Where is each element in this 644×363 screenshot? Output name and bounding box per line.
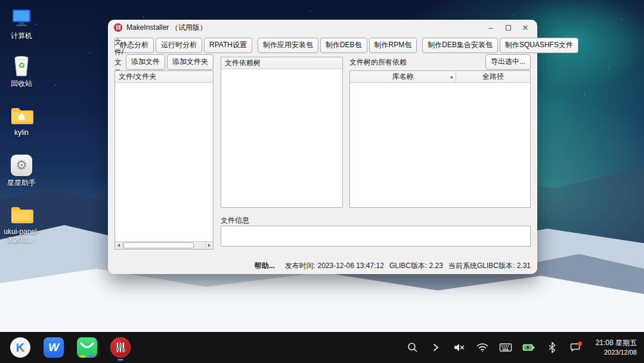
make-deb-collection-button[interactable]: 制作DEB集合安装包	[422, 38, 498, 53]
column-header-full-path[interactable]: 全路径	[456, 71, 530, 82]
dependency-tree[interactable]: 文件依赖树	[221, 57, 343, 208]
clock-time: 21:08 星期五	[596, 339, 637, 348]
all-dependencies-label: 文件树的所有依赖	[349, 57, 484, 67]
wps-office-icon: W	[44, 337, 64, 358]
wps-office-launcher[interactable]: W	[43, 334, 64, 361]
runtime-analysis-button[interactable]: 运行时分析	[156, 38, 202, 53]
expand-tray-icon[interactable]	[429, 341, 442, 354]
home-folder-icon	[10, 104, 33, 127]
app-store-launcher[interactable]	[76, 334, 98, 361]
horizontal-scrollbar[interactable]	[115, 241, 213, 249]
makeinstaller-icon	[110, 337, 131, 358]
makeinstaller-window: MakeInstaller （试用版） – ✕ 静态分析 运行时分析 RPATH…	[108, 20, 537, 274]
make-squashfs-button[interactable]: 制作SQUASHFS文件	[500, 38, 578, 53]
add-file-button[interactable]: 添加文件	[126, 54, 165, 70]
recycle-bin-icon: ♻	[13, 55, 30, 78]
scrollbar-thumb[interactable]	[123, 242, 194, 248]
desktop: 计算机 ♻ 回收站 kylin ⚙ 星星助手	[0, 0, 644, 363]
status-bar: 帮助... 发布时间: 2023-12-06 13:47:12 GLIBC版本:…	[108, 260, 531, 272]
desktop-icon-ukui-panel[interactable]: ukui-panel-3.20.1…	[2, 203, 41, 245]
battery-charging-icon[interactable]	[522, 341, 535, 354]
all-dependencies-header: 文件树的所有依赖 导出选中...	[349, 56, 531, 69]
close-icon[interactable]: ✕	[519, 22, 531, 33]
desktop-icon-recycle-bin[interactable]: ♻ 回收站	[2, 55, 41, 88]
clock-date: 2023/12/08	[596, 348, 637, 356]
taskbar-clock[interactable]: 21:08 星期五 2023/12/08	[596, 339, 637, 356]
makeinstaller-app-icon	[114, 23, 122, 32]
toolbar: 静态分析 运行时分析 RPATH设置 制作应用安装包 制作DEB包 制作RPM包…	[114, 38, 532, 53]
volume-muted-icon[interactable]	[453, 341, 466, 354]
scroll-right-icon[interactable]	[205, 242, 213, 249]
desktop-icon-label: 星星助手	[7, 179, 36, 187]
computer-icon	[11, 7, 32, 30]
desktop-icon-kylin-home[interactable]: kylin	[2, 104, 41, 137]
window-title: MakeInstaller （试用版）	[126, 23, 207, 33]
maximize-icon[interactable]	[502, 22, 514, 33]
sort-ascending-icon[interactable]: ▴	[450, 71, 453, 83]
file-info-box[interactable]	[221, 226, 531, 247]
export-selected-button[interactable]: 导出选中...	[485, 54, 531, 70]
start-menu-button[interactable]: K	[10, 334, 31, 361]
files-list-header: 文件/文件夹	[115, 71, 213, 83]
files-panel-header: 文件/文件夹 添加文件 添加文件夹	[114, 56, 213, 69]
dependency-tree-header: 文件依赖树	[221, 57, 342, 69]
bluetooth-icon[interactable]	[546, 341, 559, 354]
input-method-icon[interactable]	[499, 341, 512, 354]
file-info-label: 文件信息	[221, 216, 249, 226]
taskbar: K W	[0, 332, 644, 363]
minimize-icon[interactable]: –	[485, 22, 497, 33]
make-app-installer-button[interactable]: 制作应用安装包	[258, 38, 318, 53]
make-rpm-button[interactable]: 制作RPM包	[369, 38, 417, 53]
desktop-icon-label: kylin	[14, 129, 29, 137]
add-folder-button[interactable]: 添加文件夹	[167, 54, 213, 70]
column-header-lib-name[interactable]: 库名称 ▴	[350, 71, 456, 82]
app-store-icon	[77, 337, 97, 358]
notification-badge	[578, 342, 582, 346]
folder-icon	[10, 203, 33, 226]
files-list[interactable]: 文件/文件夹	[114, 70, 213, 250]
gear-app-icon: ⚙	[11, 154, 32, 177]
desktop-icon-label: 回收站	[11, 80, 32, 88]
window-titlebar[interactable]: MakeInstaller （试用版） – ✕	[108, 20, 537, 35]
rpath-settings-button[interactable]: RPATH设置	[204, 38, 252, 53]
search-icon[interactable]	[406, 341, 419, 354]
make-deb-button[interactable]: 制作DEB包	[320, 38, 367, 53]
desktop-icon-label: 计算机	[11, 32, 32, 41]
wifi-icon[interactable]	[476, 341, 489, 354]
desktop-icon-computer[interactable]: 计算机	[2, 7, 41, 41]
dependencies-table[interactable]: 库名称 ▴ 全路径	[349, 70, 531, 208]
stars	[0, 0, 1, 1]
glibc-version-text: GLIBC版本: 2.23	[389, 261, 443, 271]
desktop-icon-label: ukui-panel-3.20.1…	[2, 228, 41, 245]
running-indicator	[117, 359, 123, 361]
notification-icon[interactable]	[569, 341, 582, 354]
desktop-icon-star-assistant[interactable]: ⚙ 星星助手	[2, 154, 41, 187]
help-link[interactable]: 帮助...	[255, 261, 275, 271]
scroll-left-icon[interactable]	[115, 242, 123, 249]
makeinstaller-taskbar-button[interactable]	[110, 334, 131, 361]
release-time-text: 发布时间: 2023-12-06 13:47:12	[285, 261, 384, 271]
kylin-start-icon: K	[10, 337, 30, 358]
table-header-row: 库名称 ▴ 全路径	[350, 71, 530, 83]
system-glibc-version-text: 当前系统GLIBC版本: 2.31	[448, 261, 531, 271]
